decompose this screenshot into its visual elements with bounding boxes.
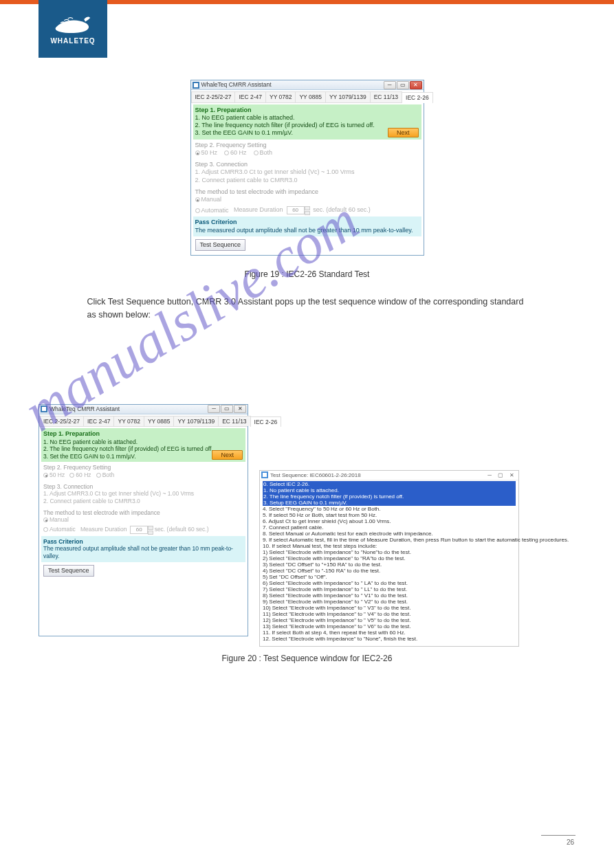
np-line: 10) Select "Electrode with Impedance" to… [263,605,516,611]
np-line: 11. If select Both at step 4, then repea… [263,630,516,636]
radio-both[interactable]: Both [96,471,115,478]
np-line: 4. Select "Frequency" to 50 Hz or 60 Hz … [263,506,516,512]
tab-yy0885[interactable]: YY 0885 [144,416,174,427]
cmrr-assistant-window: WhaleTeq CMRR Assistant ─ ▭ ✕ IEC 2-25/2… [190,80,424,256]
step3-line2: 2. Connect patient cable to CMRR3.0 [195,177,419,184]
tab-iec225-227[interactable]: IEC 2-25/2-27 [39,416,84,427]
radio-manual[interactable]: Manual [195,196,222,203]
step1-header: Step 1. Preparation [195,107,419,114]
next-button[interactable]: Next [212,450,243,460]
radio-manual[interactable]: Manual [43,516,69,523]
np-line: 8) Select "Electrode with Impedance" to … [263,592,516,599]
np-close-button[interactable]: ✕ [506,471,517,479]
tab-iec226[interactable]: IEC 2-26 [402,92,433,103]
np-line: 5. If select 50 Hz or Both, start test f… [263,512,516,518]
tab-iec226[interactable]: IEC 2-26 [250,416,282,427]
np-line: 12. Select "Electrode with Impedance" to… [263,636,516,642]
standard-tabs-small: IEC 2-25/2-27 IEC 2-47 YY 0782 YY 0885 Y… [39,414,248,427]
np-line-hl: 3. Setup EEG GAIN to 0.1 mm/µV. [263,500,516,506]
method-block: The method to test electrode with impeda… [193,186,421,217]
tab-ec1113[interactable]: EC 11/13 [218,416,250,427]
tab-yy0782[interactable]: YY 0782 [113,416,144,427]
np-line: 10. If select Manual test, the test step… [263,543,516,549]
radio-50hz[interactable]: 50 Hz [195,149,218,156]
close-button[interactable]: ✕ [234,405,246,413]
test-sequence-button[interactable]: Test Sequence [43,565,94,577]
figure19-caption: Figure 19 : IEC2-26 Standard Test [39,269,575,279]
np-line: 1) Select "Electrode with Impedance" to … [263,549,516,555]
maximize-button[interactable]: ▭ [221,405,233,413]
titlebar: WhaleTeq CMRR Assistant ─ ▭ ✕ [191,80,424,90]
pass-criterion-block: Pass Criterion The measured output ampli… [41,536,245,562]
radio-50hz[interactable]: 50 Hz [43,471,65,478]
minimize-button[interactable]: ─ [384,81,396,89]
measure-duration-input[interactable]: 60 [130,526,148,534]
radio-automatic[interactable]: Automatic [195,207,229,214]
step2-block: Step 2. Frequency Setting 50 Hz 60 Hz Bo… [193,140,421,159]
np-line: 9) Select "Electrode with Impedance" to … [263,599,516,605]
tab-yy0782[interactable]: YY 0782 [265,91,296,102]
pass-line1: The measured output amplitude shall not … [195,227,419,234]
measure-duration-label: Measure Duration [234,207,283,214]
np-line: 9. If select Automatic test, fill in the… [263,537,516,543]
radio-automatic[interactable]: Automatic [43,526,76,533]
tab-ec1113[interactable]: EC 11/13 [370,91,402,102]
method-header: The method to test electrode with impeda… [195,188,419,196]
brand-logo: WHALETEQ [39,0,107,58]
next-button[interactable]: Next [388,128,419,137]
np-line: 7) Select "Electrode with Impedance" to … [263,586,516,592]
step3-header: Step 3. Connection [195,161,419,168]
maximize-button[interactable]: ▭ [397,81,409,89]
step1-block: Step 1. Preparation 1. No EEG patient ca… [41,428,245,462]
np-line: 11) Select "Electrode with Impedance" to… [263,611,516,617]
np-line: 5) Set "DC Offset" to "Off". [263,574,516,580]
figure20-caption: Figure 20 : Test Sequence window for IEC… [39,654,575,663]
np-line: 6) Select "Electrode with Impedance" to … [263,580,516,586]
window-title: WhaleTeq CMRR Assistant [201,81,383,89]
np-titlebar: Test Sequence: IEC60601-2-26:2018 ─ ▢ ✕ [260,471,518,480]
standard-tabs: IEC 2-25/2-27 IEC 2-47 YY 0782 YY 0885 Y… [191,90,424,103]
tab-yy1079-1139[interactable]: YY 1079/1139 [325,91,371,102]
method-block: The method to test electrode with impeda… [41,507,245,536]
np-line: 3) Select "DC Offset" to "+150 RA" to do… [263,561,516,568]
radio-60hz[interactable]: 60 Hz [224,149,247,156]
radio-both[interactable]: Both [254,149,273,156]
measure-duration-suffix: sec. (default 60 sec.) [313,207,371,214]
footer-rule [541,835,575,836]
step2-block: Step 2. Frequency Setting 50 Hz 60 Hz Bo… [41,462,245,480]
brand-text: WHALETEQ [50,37,95,45]
np-line-hl: 0. Select IEC 2-26. [263,481,516,487]
test-sequence-button[interactable]: Test Sequence [195,239,246,251]
paragraph-test-sequence: Click Test Sequence button, CMRR 3.0 Ass… [87,296,527,322]
np-line: 7. Connect patient cable. [263,524,516,531]
tab-yy0885[interactable]: YY 0885 [295,91,325,102]
np-line: 4) Select "DC Offset" to "-150 RA" to do… [263,568,516,574]
np-line: 8. Select Manual or Automatic test for e… [263,531,516,537]
test-sequence-window: Test Sequence: IEC60601-2-26:2018 ─ ▢ ✕ … [259,470,519,647]
tab-iec225-227[interactable]: IEC 2-25/2-27 [191,91,236,102]
app-icon [193,82,199,89]
np-line: 2) Select "Electrode with impedance" to … [263,555,516,561]
app-icon [41,405,47,412]
np-body: 0. Select IEC 2-26. 1. No patient cable … [260,480,518,646]
np-minimize-button[interactable]: ─ [484,471,495,479]
step2-header: Step 2. Frequency Setting [195,142,419,149]
pass-header: Pass Criterion [195,219,419,226]
step1-line3: 3. Set the EEG GAIN to 0.1 mm/µV. [195,129,419,137]
np-line-hl: 2. The line frequency notch filter (if p… [263,493,516,500]
minimize-button[interactable]: ─ [208,405,220,413]
tab-iec247[interactable]: IEC 2-47 [234,91,266,102]
tab-iec247[interactable]: IEC 2-47 [83,416,115,427]
step1-line2: 2. The line frequency notch filter (if p… [195,122,419,129]
whale-icon [54,14,91,36]
step3-block: Step 3. Connection 1. Adjust CMRR3.0 Ct … [41,481,245,507]
measure-duration-input[interactable]: 60 [287,206,305,214]
cmrr-assistant-window-small: WhaleTeq CMRR Assistant ─ ▭ ✕ IEC 2-25/2… [39,404,248,636]
np-title: Test Sequence: IEC60601-2-26:2018 [270,472,484,478]
tab-yy1079-1139[interactable]: YY 1079/1139 [173,416,219,427]
np-maximize-button[interactable]: ▢ [495,471,506,479]
radio-60hz[interactable]: 60 Hz [69,471,91,478]
close-button[interactable]: ✕ [410,81,422,89]
titlebar-small: WhaleTeq CMRR Assistant ─ ▭ ✕ [39,405,248,414]
step1-line1: 1. No EEG patient cable is attached. [195,114,419,122]
